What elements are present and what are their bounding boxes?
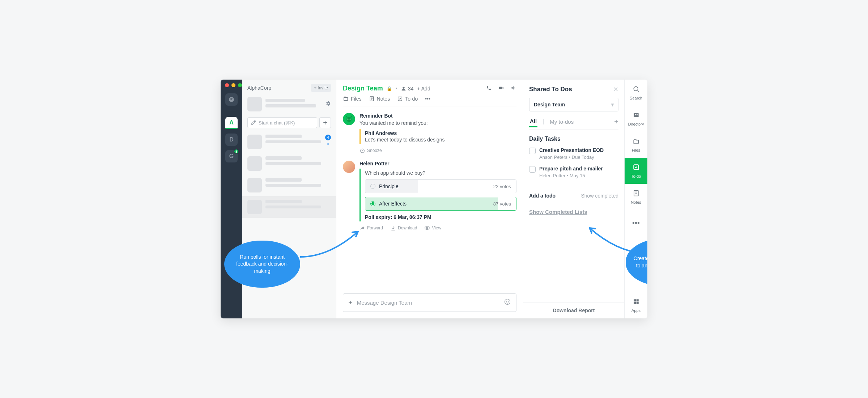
member-count[interactable]: 34 [401,86,414,92]
poll-option-selected[interactable]: After Effects 87 votes [365,197,516,211]
panel-title: Shared To Dos [529,86,572,93]
rail-apps[interactable]: Apps [625,292,647,318]
svg-point-15 [508,301,509,302]
avatar [247,135,262,149]
checkbox-icon[interactable] [529,148,536,154]
conversation-item[interactable]: 4 [242,131,336,153]
svg-rect-5 [344,98,348,101]
chat-main: Design Team 🔒 • 34 + Add Files Notes To-… [336,80,523,318]
compose-icon [251,120,256,126]
tab-my-todos[interactable]: My to-dos [549,117,574,127]
workspace-a[interactable]: A [225,117,238,129]
poll-votes: 22 votes [493,184,511,189]
download-button[interactable]: Download [390,225,417,231]
attach-icon[interactable]: + [348,298,353,307]
todo-meta: Helen Potter • May 15 [539,173,603,178]
search-row: Start a chat (⌘K) + [242,114,336,131]
workspace-g[interactable]: G 8 [225,150,238,162]
todo-section: Daily Tasks Creative Presentation EOD An… [523,130,624,190]
todo-item[interactable]: Creative Presentation EOD Anson Peters •… [529,147,618,160]
chat-header: Design Team 🔒 • 34 + Add Files Notes To-… [336,80,523,106]
workspace-g-label: G [229,153,234,160]
svg-point-10 [349,118,350,119]
avatar [247,156,262,171]
avatar [247,97,262,111]
apps-icon [633,298,639,307]
emoji-icon[interactable] [504,298,511,307]
clock-icon [359,148,365,153]
add-todo-link[interactable]: Add a todo [529,193,556,199]
view-button[interactable]: View [424,225,441,231]
poll-votes: 87 votes [493,201,511,207]
channel-title[interactable]: Design Team [343,85,383,92]
more-icon[interactable]: ••• [425,96,430,102]
speaker-icon[interactable] [511,85,516,92]
channel-selector[interactable]: Design Team ▾ [529,98,618,111]
rail-directory[interactable]: Directory [625,106,647,132]
show-completed-link[interactable]: Show completed [581,193,618,199]
gear-icon[interactable] [325,101,331,108]
workspace-d[interactable]: D [225,134,238,146]
rail-files[interactable]: Files [625,132,647,158]
svg-rect-1 [230,98,232,99]
callout-polls: Run polls for instant feedback and decis… [224,241,300,288]
tab-notes[interactable]: Notes [369,96,390,102]
add-member-button[interactable]: + Add [417,86,430,92]
close-window-icon[interactable] [225,83,229,87]
checkbox-icon[interactable] [529,166,536,173]
maximize-window-icon[interactable] [238,83,242,87]
search-input[interactable]: Start a chat (⌘K) [247,117,317,128]
notification-dot-icon [327,143,329,145]
svg-point-19 [636,114,637,115]
minimize-window-icon[interactable] [231,83,235,87]
snooze-button[interactable]: Snooze [359,148,516,153]
todo-meta: Anson Peters • Due Today [539,154,604,160]
window-controls [225,83,242,87]
poll-option[interactable]: Principle 22 votes [365,179,516,193]
conversation-item[interactable] [242,174,336,196]
quote-text: Let's meet today to discuss designs [365,137,516,143]
video-icon[interactable] [498,85,504,92]
add-todo-icon[interactable]: + [614,118,618,126]
close-icon[interactable]: ✕ [613,85,618,93]
tab-todo[interactable]: To-do [397,96,418,102]
files-icon [633,137,640,147]
directory-icon [633,111,640,120]
call-icon[interactable] [486,85,492,92]
svg-point-3 [403,86,404,88]
rail-todo[interactable]: To-do [625,158,647,184]
invite-button[interactable]: + Invite [311,84,331,92]
profile-row[interactable] [242,94,336,114]
conversation-item[interactable] [242,153,336,174]
svg-rect-23 [636,299,638,301]
download-report-button[interactable]: Download Report [523,302,624,318]
user-avatar [343,161,355,173]
svg-point-16 [634,86,638,91]
tab-files[interactable]: Files [343,96,362,102]
workspace-name: AlphaCorp [247,85,271,91]
rail-notes[interactable]: Notes [625,184,647,210]
todo-tabs: All | My to-dos + [529,116,618,130]
person-icon [401,86,407,92]
show-completed-lists-link[interactable]: Show Completed Lists [529,209,587,215]
new-chat-button[interactable]: + [319,117,331,128]
avatar [247,200,262,214]
svg-rect-24 [634,302,636,304]
message-composer[interactable]: + Message Design Team [343,293,516,312]
eye-icon [424,225,430,231]
todo-title: Prepare pitch and e-mailer [539,166,603,172]
conversation-item-active[interactable] [242,196,336,218]
rail-search[interactable]: Search [625,80,647,106]
tab-all[interactable]: All [529,116,537,127]
svg-rect-25 [636,302,638,304]
section-title: Daily Tasks [529,136,618,142]
poll-option-label: After Effects [379,201,407,207]
svg-point-12 [426,227,428,229]
download-icon [390,225,396,231]
lock-icon: 🔒 [387,86,392,91]
todo-item[interactable]: Prepare pitch and e-mailer Helen Potter … [529,166,618,178]
avatar [247,178,262,192]
profile-placeholder [265,99,322,110]
files-icon [343,96,349,102]
todos-panel: Shared To Dos ✕ Design Team ▾ All | My t… [523,80,624,318]
